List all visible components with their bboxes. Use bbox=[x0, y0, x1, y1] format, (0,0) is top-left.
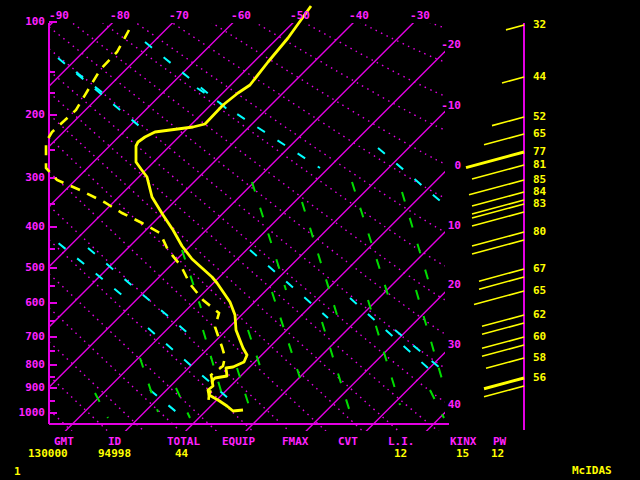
pressure-tick-label: 700 bbox=[25, 331, 45, 343]
info-value-pw: 12 bbox=[491, 448, 504, 460]
temperature-tick-label-right: 20 bbox=[448, 279, 461, 291]
wind-speed-label: 65 bbox=[533, 128, 546, 140]
info-value-total: 44 bbox=[175, 448, 188, 460]
wind-speed-label: 67 bbox=[533, 263, 546, 275]
temperature-tick-label-right: 10 bbox=[448, 220, 461, 232]
info-value-gmt: 130000 bbox=[28, 448, 68, 460]
pressure-tick-label: 400 bbox=[25, 221, 45, 233]
temperature-tick-label-top: -80 bbox=[110, 10, 130, 22]
temperature-tick-label-top: -40 bbox=[349, 10, 369, 22]
temperature-tick-label-right: 40 bbox=[448, 399, 461, 411]
wind-speed-label: 80 bbox=[533, 226, 546, 238]
temperature-tick-label-top: -60 bbox=[231, 10, 251, 22]
temperature-tick-label-right: -10 bbox=[441, 100, 461, 112]
info-value-id: 94998 bbox=[98, 448, 131, 460]
wind-speed-label: 52 bbox=[533, 111, 546, 123]
mcidas-skewt-screen: 1002003004005006007008009001000-90-80-70… bbox=[0, 0, 640, 480]
wind-speed-label: 56 bbox=[533, 372, 546, 384]
wind-speed-label: 62 bbox=[533, 309, 546, 321]
wind-speed-label: 83 bbox=[533, 198, 546, 210]
info-value-kinx: 15 bbox=[456, 448, 469, 460]
pressure-tick-label: 100 bbox=[25, 16, 45, 28]
wind-speed-label: 44 bbox=[533, 71, 546, 83]
pressure-tick-label: 800 bbox=[25, 359, 45, 371]
wind-speed-label: 32 bbox=[533, 19, 546, 31]
info-header-cvt: CVT bbox=[338, 436, 358, 448]
temperature-tick-label-top: -50 bbox=[290, 10, 310, 22]
info-header-fmax: FMAX bbox=[282, 436, 309, 448]
info-header-equip: EQUIP bbox=[222, 436, 255, 448]
pressure-tick-label: 300 bbox=[25, 172, 45, 184]
temperature-tick-label-right: 0 bbox=[454, 160, 461, 172]
temperature-tick-label-top: -70 bbox=[169, 10, 189, 22]
info-value-li: 12 bbox=[394, 448, 407, 460]
temperature-tick-label-top: -90 bbox=[49, 10, 69, 22]
wind-speed-label: 60 bbox=[533, 331, 546, 343]
frame-number: 1 bbox=[14, 466, 21, 478]
mcidas-watermark: McIDAS bbox=[572, 465, 612, 477]
pressure-tick-label: 500 bbox=[25, 262, 45, 274]
temperature-tick-label-top: -30 bbox=[410, 10, 430, 22]
wind-speed-label: 81 bbox=[533, 159, 546, 171]
pressure-tick-label: 600 bbox=[25, 297, 45, 309]
temperature-tick-label-right: -20 bbox=[441, 39, 461, 51]
wind-speed-label: 58 bbox=[533, 352, 546, 364]
wind-speed-label: 65 bbox=[533, 285, 546, 297]
wind-barb-column bbox=[466, 23, 524, 430]
mixing-ratio-dashes bbox=[95, 182, 444, 418]
pressure-tick-label: 900 bbox=[25, 382, 45, 394]
pressure-tick-label: 1000 bbox=[19, 407, 46, 419]
wind-speed-label: 77 bbox=[533, 146, 546, 158]
dry-adiabat-lines bbox=[49, 0, 445, 480]
pressure-axis bbox=[49, 22, 449, 424]
temperature-tick-label-right: 30 bbox=[448, 339, 461, 351]
pressure-tick-label: 200 bbox=[25, 109, 45, 121]
